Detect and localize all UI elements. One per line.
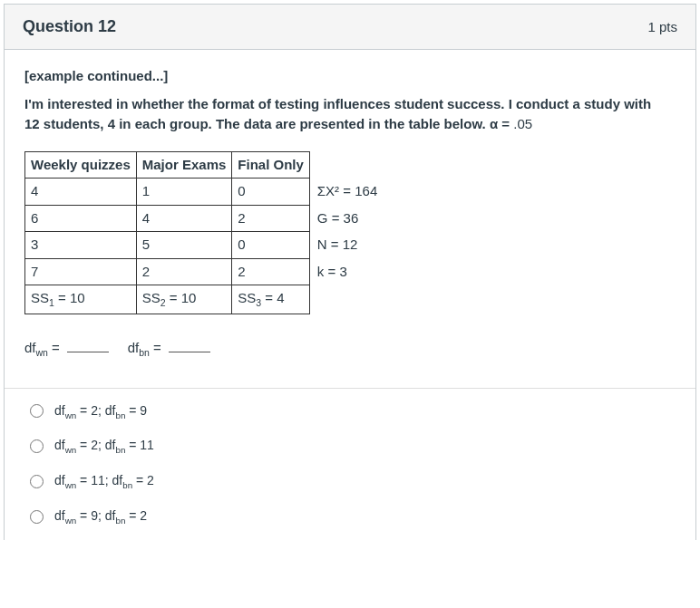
- question-header: Question 12 1 pts: [5, 5, 695, 50]
- cell: 0: [232, 179, 310, 206]
- question-title: Question 12: [23, 17, 116, 36]
- prompt-text: I'm interested in whether the format of …: [24, 94, 676, 135]
- alpha-value: .05: [513, 116, 532, 131]
- blank-wn: [67, 340, 109, 352]
- cell: 6: [25, 205, 137, 232]
- radio-input[interactable]: [30, 510, 44, 524]
- cell: 2: [232, 205, 310, 232]
- question-container: Question 12 1 pts [example continued...]…: [4, 4, 696, 540]
- prompt-line-1: I'm interested in whether the format of …: [24, 96, 651, 111]
- radio-input[interactable]: [30, 475, 44, 488]
- cell: 2: [232, 258, 310, 285]
- table-row: 6 4 2 G = 36: [25, 205, 384, 232]
- answer-option[interactable]: dfwn = 2; dfbn = 11: [24, 429, 676, 464]
- cell: 4: [136, 205, 232, 232]
- answer-options: dfwn = 2; dfbn = 9 dfwn = 2; dfbn = 11 d…: [5, 389, 695, 540]
- cell: 2: [136, 258, 232, 285]
- prompt-line-2: 12 students, 4 in each group. The data a…: [24, 116, 490, 131]
- option-label: dfwn = 2; dfbn = 11: [54, 438, 154, 455]
- question-body: [example continued...] I'm interested in…: [5, 50, 695, 388]
- example-continued-label: [example continued...]: [24, 66, 676, 87]
- col-header: Final Only: [232, 151, 310, 179]
- alpha-label: α =: [490, 116, 513, 131]
- option-label: dfwn = 11; dfbn = 2: [54, 473, 154, 490]
- cell: 5: [136, 232, 232, 259]
- table-row: 4 1 0 ΣX² = 164: [25, 179, 384, 206]
- ss-cell: SS1 = 10: [25, 285, 137, 314]
- data-table: Weekly quizzes Major Exams Final Only 4 …: [24, 151, 384, 314]
- answer-option[interactable]: dfwn = 11; dfbn = 2: [24, 464, 676, 499]
- cell: 3: [25, 232, 137, 259]
- side-stat: N = 12: [309, 232, 383, 259]
- question-points: 1 pts: [647, 19, 677, 34]
- side-stat: G = 36: [309, 205, 383, 232]
- col-header: Major Exams: [136, 151, 232, 179]
- answer-option[interactable]: dfwn = 9; dfbn = 2: [24, 499, 676, 535]
- cell: 4: [25, 179, 137, 206]
- ss-cell: SS2 = 10: [136, 285, 232, 314]
- table-row: 3 5 0 N = 12: [25, 232, 384, 259]
- cell: 0: [232, 232, 310, 259]
- ss-cell: SS3 = 4: [232, 285, 310, 314]
- radio-input[interactable]: [30, 404, 44, 418]
- cell: 1: [136, 179, 232, 206]
- option-label: dfwn = 9; dfbn = 2: [54, 508, 147, 526]
- blank-bn: [169, 340, 210, 352]
- radio-input[interactable]: [30, 439, 44, 453]
- option-label: dfwn = 2; dfbn = 9: [54, 403, 147, 420]
- side-stat: k = 3: [309, 258, 383, 285]
- answer-option[interactable]: dfwn = 2; dfbn = 9: [24, 394, 676, 429]
- fill-in-prompt: dfwn = dfbn =: [24, 338, 676, 361]
- table-header-row: Weekly quizzes Major Exams Final Only: [25, 151, 384, 179]
- cell: 7: [25, 258, 137, 285]
- table-ss-row: SS1 = 10 SS2 = 10 SS3 = 4: [25, 285, 384, 314]
- col-header: Weekly quizzes: [25, 151, 137, 179]
- side-stat: ΣX² = 164: [309, 179, 383, 206]
- table-row: 7 2 2 k = 3: [25, 258, 384, 285]
